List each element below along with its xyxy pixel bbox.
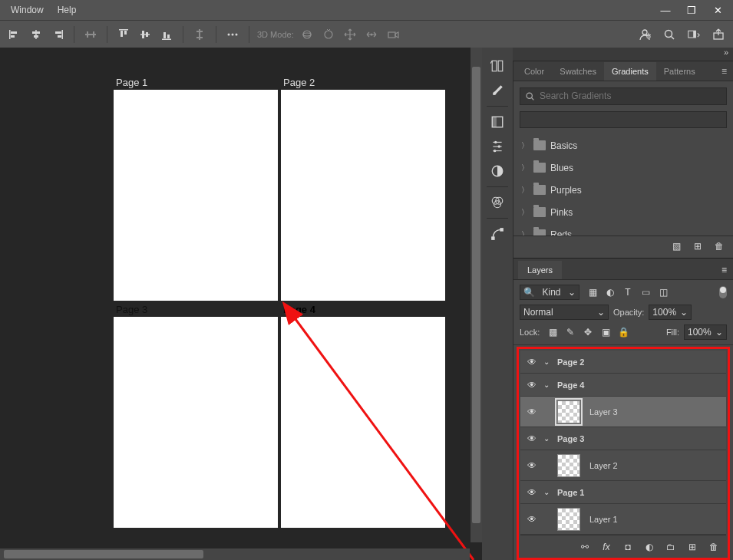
more-icon[interactable] [224,26,241,43]
tab-gradients[interactable]: Gradients [604,62,656,81]
lock-artboard-icon[interactable]: ▣ [600,327,611,338]
gradient-preview[interactable] [520,111,727,128]
filter-pixel-icon[interactable]: ▦ [587,287,598,298]
delete-gradient-icon[interactable]: 🗑 [713,241,725,252]
visibility-icon[interactable]: 👁 [525,459,539,473]
visibility-icon[interactable]: 👁 [525,355,539,369]
layer-name: Page 2 [557,357,584,367]
layer-group-page1[interactable]: 👁⌄ Page 1 [520,481,726,504]
user-icon[interactable]: + [636,26,653,43]
chevron-down-icon[interactable]: ⌄ [543,488,553,496]
dock-libraries-icon[interactable] [485,110,510,134]
opacity-input[interactable]: 100%⌄ [649,305,692,320]
lock-all-icon[interactable]: 🔒 [618,327,629,338]
tab-swatches[interactable]: Swatches [552,62,604,81]
distribute-h-icon[interactable] [82,26,99,43]
new-layer-icon[interactable]: ⊞ [686,542,698,552]
panel-collapse-bar[interactable]: » [513,48,733,61]
align-middle-icon[interactable] [137,26,154,43]
folder-reds[interactable]: 〉Reds [517,223,730,236]
delete-layer-icon[interactable]: 🗑 [708,542,720,552]
3d-orbit-icon[interactable] [299,26,315,43]
page-2[interactable] [281,90,445,301]
page-3[interactable] [114,317,278,528]
menu-help[interactable]: Help [51,2,83,18]
search-gradients[interactable] [520,87,727,106]
visibility-icon[interactable]: 👁 [525,378,539,392]
visibility-icon[interactable]: 👁 [525,432,539,446]
save-set-icon[interactable]: ▧ [670,241,682,252]
canvas-area[interactable]: Page 1 Page 2 Page 3 Page 4 [0,48,482,560]
workspace-icon[interactable] [685,26,702,43]
page-4[interactable] [281,317,445,528]
chevron-down-icon[interactable]: ⌄ [543,434,553,443]
visibility-icon[interactable]: 👁 [525,405,539,419]
layer-group-page4[interactable]: 👁⌄ Page 4 [520,374,726,397]
link-layers-icon[interactable]: ⚯ [579,542,591,552]
3d-slide-icon[interactable] [363,26,380,43]
folder-basics[interactable]: 〉Basics [517,134,730,156]
visibility-icon[interactable]: 👁 [525,486,539,499]
folder-pinks[interactable]: 〉Pinks [517,201,730,223]
align-left-icon[interactable] [6,26,23,43]
close-button[interactable]: ✕ [707,3,728,17]
dock-channels-icon[interactable] [485,190,510,215]
dock-styles-icon[interactable] [485,159,510,183]
filter-adjust-icon[interactable]: ◐ [605,287,616,298]
dock-paths-icon[interactable] [485,222,510,246]
align-bottom-icon[interactable] [158,26,175,43]
maximize-button[interactable]: ❐ [681,3,702,17]
layer-layer3[interactable]: 👁 Layer 3 [520,397,726,427]
panel-menu-icon[interactable]: ≡ [715,62,733,81]
tab-layers[interactable]: Layers [518,261,562,279]
search-input[interactable] [540,91,721,101]
lock-transparent-icon[interactable]: ▩ [547,327,558,338]
layers-menu-icon[interactable]: ≡ [715,261,733,279]
dock-history-icon[interactable] [485,54,510,78]
blend-mode-select[interactable]: Normal⌄ [520,305,609,320]
filter-type-icon[interactable]: T [622,287,633,298]
visibility-icon[interactable]: 👁 [525,512,539,526]
align-right-icon[interactable] [49,26,66,43]
layer-thumbnail[interactable] [557,400,580,423]
dock-brush-icon[interactable] [485,78,510,103]
new-gradient-icon[interactable]: ⊞ [692,241,704,252]
menu-window[interactable]: Window [5,2,50,18]
add-mask-icon[interactable]: ◘ [622,542,634,552]
distribute-v-icon[interactable] [191,26,208,43]
layer-group-page2[interactable]: 👁⌄ Page 2 [520,351,726,374]
tab-patterns[interactable]: Patterns [656,62,703,81]
3d-roll-icon[interactable] [320,26,337,43]
filter-smart-icon[interactable]: ◫ [658,287,669,298]
layer-thumbnail[interactable] [557,454,580,477]
vertical-scrollbar[interactable] [471,48,482,542]
align-top-icon[interactable] [115,26,132,43]
dock-adjustments-icon[interactable] [485,134,510,159]
tab-color[interactable]: Color [517,62,552,81]
horizontal-scrollbar[interactable] [0,548,470,560]
new-group-icon[interactable]: 🗀 [665,542,677,552]
lock-image-icon[interactable]: ✎ [565,327,576,338]
layer-layer1[interactable]: 👁 Layer 1 [520,504,726,535]
lock-position-icon[interactable]: ✥ [583,327,593,338]
layer-group-page3[interactable]: 👁⌄ Page 3 [520,427,726,450]
share-icon[interactable] [710,26,727,43]
filter-toggle[interactable] [719,286,727,298]
folder-purples[interactable]: 〉Purples [517,179,730,201]
3d-camera-icon[interactable] [385,26,401,43]
filter-shape-icon[interactable]: ▭ [640,287,651,298]
filter-kind-select[interactable]: 🔍Kind⌄ [520,285,579,300]
page-1[interactable] [114,90,278,301]
minimize-button[interactable]: — [655,3,676,17]
fill-input[interactable]: 100%⌄ [684,324,727,340]
layer-layer2[interactable]: 👁 Layer 2 [520,450,726,481]
3d-pan-icon[interactable] [342,26,358,43]
align-center-h-icon[interactable] [28,26,45,43]
chevron-down-icon[interactable]: ⌄ [543,357,553,366]
adjustment-layer-icon[interactable]: ◐ [643,542,655,552]
layer-fx-icon[interactable]: fx [600,542,612,552]
folder-blues[interactable]: 〉Blues [517,156,730,179]
layer-thumbnail[interactable] [557,508,580,531]
search-icon[interactable] [661,26,678,43]
chevron-down-icon[interactable]: ⌄ [543,380,553,389]
